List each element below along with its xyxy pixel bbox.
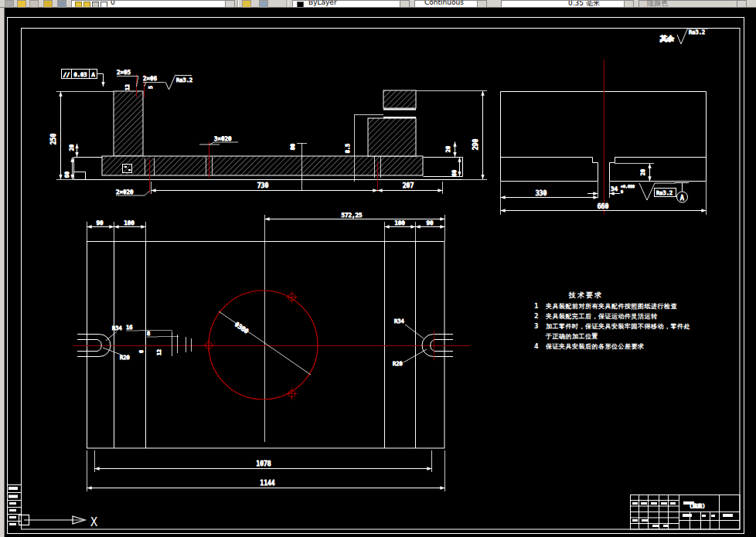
front-section-view: // 0.03 A 2×Φ5 2×Φ6 12 5 Ra3.2 250 20 60 — [50, 69, 487, 195]
linetype-dropdown[interactable]: Continuous — [414, 0, 487, 8]
layer-sun-icon — [83, 2, 90, 8]
dim-34-tol-lower: 0 — [621, 189, 623, 194]
dim-6: 6 — [138, 350, 145, 353]
color-dropdown[interactable]: ByLayer — [292, 0, 410, 8]
cad-application-window: 0 ByLayer Continuous 0.35 毫米 随颜色 — [0, 0, 756, 537]
current-color-swatch-icon — [297, 2, 304, 8]
dim-330: 330 — [536, 190, 547, 197]
layer-lock-icon — [92, 2, 99, 8]
toolbar-icon[interactable] — [17, 0, 26, 8]
dim-80: 80 — [290, 144, 296, 150]
linetype-dropdown-arrow-icon[interactable] — [477, 1, 486, 8]
tech-req-number: 4 — [532, 342, 546, 352]
toolbar-icon[interactable] — [43, 0, 53, 8]
side-section-view: 20 34 +0.039 0 330 660 Ra3.2 A — [501, 29, 709, 215]
dim-2xd6: 2×Φ6 — [143, 75, 158, 82]
dim-207: 207 — [403, 182, 414, 189]
gdt-parallelism-frame: // 0.03 A — [62, 70, 104, 87]
plotstyle-value: 随颜色 — [647, 0, 668, 8]
toolbar-separator — [286, 0, 288, 7]
dim-20-left: 20 — [69, 144, 75, 151]
dim-100-left: 100 — [124, 219, 135, 226]
toolbar-separator — [237, 0, 239, 7]
linetype-value: Continuous — [424, 0, 464, 6]
surface-finish-symbol: Ra3.2 — [165, 76, 192, 90]
dim-60-right: 60 — [451, 170, 458, 176]
ucs-x-label: X — [90, 515, 97, 529]
dim-34: 34 — [611, 185, 618, 192]
surface-finish-symbol: Ra3.2 — [639, 183, 676, 200]
ucs-icon: X — [19, 515, 98, 530]
gdt-datum: A — [91, 72, 95, 78]
dim-circle-diameter: Φ380 — [233, 321, 250, 335]
dim-16: 16 — [126, 325, 132, 331]
lineweight-value: 0.35 毫米 — [568, 0, 600, 8]
dim-20-right: 20 — [445, 146, 451, 152]
plotstyle-dropdown-arrow-icon[interactable] — [737, 1, 746, 8]
gdt-symbol: // — [63, 72, 70, 78]
dim-34-tol-upper: +0.039 — [621, 184, 635, 189]
tech-req-text: 夹具装配完工后，保证运动件灵活运转 — [546, 311, 693, 321]
layer-dropdown[interactable]: 0 — [71, 0, 235, 8]
dim-r20-left: R20 — [120, 355, 130, 361]
plan-view: Φ380 R34 R20 16 8 6 12 R34 R20 — [73, 212, 470, 492]
lineweight-dropdown-arrow-icon[interactable] — [624, 1, 633, 8]
others-ra-value: Ra3.2 — [689, 29, 705, 36]
plotstyle-dropdown[interactable]: 随颜色 — [639, 0, 747, 8]
dim-60-left: 60 — [64, 172, 70, 178]
color-dropdown-arrow-icon[interactable] — [400, 1, 409, 8]
dim-660: 660 — [598, 203, 609, 210]
window-left-edge — [0, 7, 5, 537]
lineweight-dropdown[interactable]: 0.35 毫米 — [501, 0, 634, 8]
toolbar: 0 ByLayer Continuous 0.35 毫米 随颜色 — [0, 0, 756, 8]
toolbar-icon[interactable] — [5, 0, 14, 8]
toolbar-icon[interactable] — [57, 0, 66, 8]
tech-req-item: 3 加工零件时，保证夹具安装牢固不得移动，零件处于正确的加工位置 — [532, 321, 693, 342]
dim-20: 20 — [640, 169, 646, 175]
dim-8-5: 8.5 — [345, 144, 351, 154]
others-label: 其余 — [659, 35, 675, 42]
dim-r34-left: R34 — [112, 325, 122, 331]
dim-572: 572,25 — [341, 212, 362, 219]
layer-previous-icon[interactable] — [259, 0, 268, 8]
dim-r20-right: R20 — [393, 361, 403, 367]
tech-req-item: 4 保证夹具安装后的各形位公差要求 — [532, 342, 693, 352]
tech-req-text: 加工零件时，保证夹具安装牢固不得移动，零件处于正确的加工位置 — [546, 321, 693, 342]
datum-label: A — [680, 195, 684, 202]
gdt-value: 0.03 — [74, 72, 87, 78]
tech-req-number: 3 — [532, 321, 546, 342]
color-value: ByLayer — [308, 0, 337, 6]
tech-req-number: 1 — [532, 301, 546, 311]
tech-req-item: 2 夹具装配完工后，保证运动件灵活运转 — [532, 311, 693, 321]
drawing-canvas[interactable]: // 0.03 A 2×Φ5 2×Φ6 12 5 Ra3.2 250 20 60 — [0, 0, 756, 537]
tech-req-item: 1 夹具装配前对所有夹具配件按照图纸进行检查 — [532, 301, 693, 311]
toolbar-icon[interactable] — [29, 0, 39, 8]
layer-dropdown-arrow-icon[interactable] — [225, 1, 234, 8]
tech-req-text: 夹具装配前对所有夹具配件按照图纸进行检查 — [546, 301, 693, 311]
default-roughness-note: 其余 Ra3.2 — [659, 29, 708, 44]
dim-90-left: 90 — [96, 219, 104, 226]
dim-1144: 1144 — [260, 480, 274, 487]
dim-3xd20: 3×Φ20 — [214, 135, 232, 142]
layer-value: 0 — [111, 0, 115, 6]
layer-bulb-icon — [75, 2, 82, 8]
dim-730: 730 — [257, 182, 269, 189]
dim-100-right: 100 — [394, 219, 405, 226]
dim-5: 5 — [148, 86, 154, 89]
tech-req-title: 技术要求 — [569, 291, 693, 301]
dim-2xd20: 2×Φ20 — [116, 189, 134, 195]
dim-1078: 1078 — [256, 461, 271, 467]
dim-90-right: 90 — [426, 219, 434, 226]
dim-12: 12 — [124, 84, 131, 90]
dim-r34-right: R34 — [394, 318, 404, 325]
tech-req-text: 保证夹具安装后的各形位公差要求 — [546, 342, 693, 352]
dim-2xd5: 2×Φ5 — [117, 69, 131, 76]
dim-290: 290 — [472, 139, 479, 151]
surface-ra-value: Ra3.2 — [656, 190, 673, 196]
dim-12: 12 — [156, 349, 162, 355]
title-block: (底座) — [631, 495, 741, 530]
dim-8: 8 — [147, 331, 150, 337]
tech-req-number: 2 — [532, 311, 546, 321]
make-object-layer-current-icon[interactable] — [242, 0, 251, 8]
layer-color-swatch-icon — [100, 2, 107, 8]
